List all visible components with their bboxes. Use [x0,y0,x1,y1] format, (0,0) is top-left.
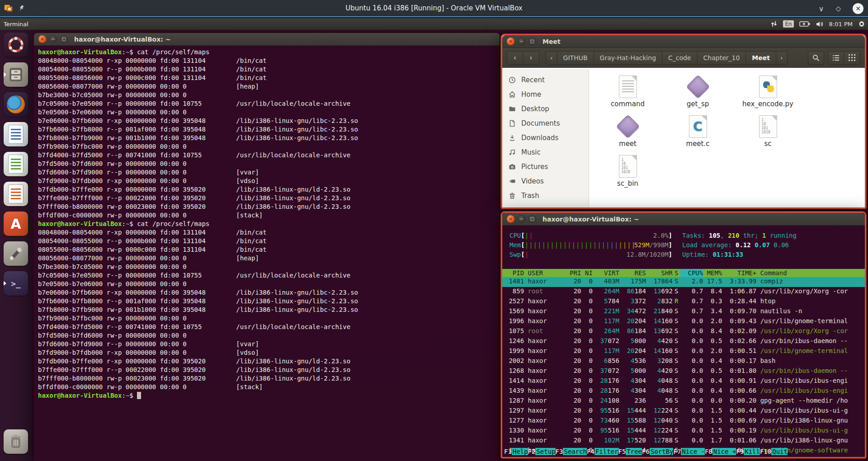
launcher-item-terminal[interactable]: >_ [4,271,28,296]
fkey-F1[interactable]: F1Help [504,447,528,456]
launcher-item-files[interactable] [4,62,28,87]
breadcrumb-Chapter_10[interactable]: Chapter_10 [698,51,746,65]
maximize-button[interactable]: □ [528,215,536,223]
fkey-F3[interactable]: F3Search [556,447,587,456]
launcher-item-libreoffice-writer[interactable] [4,122,28,146]
column-header-Command[interactable]: Command [756,269,865,277]
breadcrumb-Gray-Hat-Hacking[interactable]: Gray-Hat-Hacking [594,51,662,65]
column-header-PID[interactable]: PID [505,269,524,277]
files-titlebar[interactable]: ✕ − □ Meet [502,35,865,48]
sidebar-item-music[interactable]: Music [502,145,589,160]
sidebar-item-recent[interactable]: Recent [502,73,589,87]
minimize-button[interactable]: − [518,215,525,223]
battery-icon[interactable] [799,21,810,27]
process-row[interactable]: 1996haxor200117M2020414160S0.02.00:09.43… [502,317,865,327]
column-header-USER[interactable]: USER [524,269,566,277]
file-item-sc_bin[interactable]: 1101011010 sc_bin [596,155,660,187]
clock-label[interactable]: 8:01 PM [829,21,853,28]
fkey-F4[interactable]: F4Filter [587,447,618,456]
fkey-F9[interactable]: F9Kill [736,447,760,456]
process-row[interactable]: 1330haxor200955161544412224S0.01.50:00.1… [502,426,865,436]
back-button[interactable]: ‹ [507,51,523,65]
launcher-item-ubuntu-dash[interactable] [4,33,28,57]
fkey-F2[interactable]: F2Setup [528,447,556,456]
breadcrumb-scroll-right[interactable]: › [776,51,788,65]
vbox-maximize-button[interactable]: ◇ [835,5,841,13]
process-row[interactable]: 1481haxor200403M175M17864S2.017.53:33.99… [502,277,865,287]
file-item-hex_encode.py[interactable]: hex_encode.py [736,75,800,108]
sidebar-item-pictures[interactable]: Pictures [502,160,589,174]
process-row[interactable]: 1999haxor200117M2020414160S0.02.00:00.51… [502,347,865,357]
volume-icon[interactable] [816,21,824,28]
column-header-TIME+[interactable]: TIME+ [722,269,756,277]
process-row[interactable]: 1730haxor2007908486887292S0.00.80:00.10z… [502,456,865,457]
keyboard-indicator-icon[interactable] [770,20,778,28]
fkey-F8[interactable]: F8Nice + [705,447,736,456]
minimize-button[interactable]: − [49,35,57,43]
launcher-item-ubuntu-software[interactable]: A [4,212,28,236]
column-header-VIRT[interactable]: VIRT [593,269,619,277]
close-button[interactable]: ✕ [38,35,46,43]
search-button[interactable] [808,51,824,65]
maximize-button[interactable]: □ [60,35,68,43]
file-item-meet.c[interactable]: C meet.c [666,115,730,147]
fkey-F7[interactable]: F7Nice - [673,447,704,456]
process-row[interactable]: 1075root200264M8618413692S0.08.40:02.09/… [502,327,865,337]
htop-titlebar[interactable]: ✕ − □ haxor@haxor-VirtualBox: ~ [502,213,865,226]
session-gear-icon[interactable] [858,20,865,28]
breadcrumb-Meet[interactable]: Meet [746,51,776,65]
column-header-CPU%[interactable]: CPU% [680,269,703,277]
sidebar-item-videos[interactable]: Videos [502,174,589,188]
column-header-S[interactable]: S [673,269,680,277]
launcher-item-libreoffice-calc[interactable] [4,152,28,176]
breadcrumb-C_code[interactable]: C_code [662,51,698,65]
sidebar-item-downloads[interactable]: Downloads [502,131,589,145]
sidebar-item-trash[interactable]: Trash [502,188,589,203]
launcher-item-system-settings[interactable] [4,241,28,266]
breadcrumb-scroll-left[interactable]: ‹ [546,51,557,65]
column-header-PRI[interactable]: PRI [566,269,581,277]
process-row[interactable]: 2527haxor200578433722832R0.70.30:28.44ht… [502,297,865,307]
fkey-F10[interactable]: F10Quit [760,447,788,456]
maximize-button[interactable]: □ [528,38,536,45]
htop-output[interactable]: CPU[||2.0%]Mem[|||||||||||||||||||||||||… [502,226,865,457]
breadcrumb-GITHUB[interactable]: GITHUB [557,51,594,65]
close-button[interactable]: ✕ [507,38,514,45]
appmenu-label[interactable]: Terminal [4,21,28,28]
column-header-NI[interactable]: NI [581,269,593,277]
process-row[interactable]: 1341haxor200102M1752012788S0.01.70:01.06… [502,436,865,446]
fkey-F5[interactable]: F5Tree [618,447,642,456]
fkey-F6[interactable]: F6SortBy [642,447,673,456]
column-header-MEM%[interactable]: MEM% [703,269,722,277]
sidebar-item-home[interactable]: Home [502,87,589,102]
minimize-button[interactable]: − [518,38,525,45]
process-row[interactable]: 1246haxor2003707250004420S0.00.50:02.66/… [502,337,865,347]
launcher-item-firefox[interactable] [4,92,28,117]
forward-button[interactable]: › [523,51,539,65]
file-item-sc[interactable]: 1101011010 sc [736,115,800,147]
list-view-button[interactable] [828,51,844,65]
vbox-close-button[interactable]: ✕ [853,3,863,14]
file-item-meet[interactable]: meet [596,115,660,147]
file-item-command[interactable]: command [596,75,660,108]
process-row[interactable]: 1287haxor2002410823656S0.00.00:00.20gpg-… [502,396,865,406]
sidebar-item-desktop[interactable]: Desktop [502,102,589,116]
close-button[interactable]: ✕ [507,215,514,223]
process-row[interactable]: 1268haxor2003707250004420S0.00.50:01.80/… [502,367,865,376]
keyboard-layout-badge[interactable]: En [783,20,793,28]
process-row[interactable]: 1569haxor200221M3447221840S0.73.40:09.70… [502,307,865,317]
launcher-item-libreoffice-impress[interactable] [4,182,28,206]
process-row[interactable]: 2002haxor200685645363208S0.00.40:00.17ba… [502,357,865,367]
column-header-RES[interactable]: RES [619,269,646,277]
column-header-SHR[interactable]: SHR [646,269,673,277]
file-item-get_sp[interactable]: get_sp [666,75,730,108]
launcher-item-trash[interactable] [4,429,28,454]
process-row[interactable]: 1277haxor200734601558812040S0.01.50:00.6… [502,416,865,426]
sidebar-item-documents[interactable]: Documents [502,116,589,131]
terminal-output[interactable]: haxor@haxor-VirtualBox:~$ cat /proc/self… [34,46,500,461]
process-row[interactable]: 859root200264M8618413692S0.78.41:06.87/u… [502,287,865,297]
grid-view-button[interactable] [844,51,860,65]
vbox-minimize-button[interactable]: ∨ [819,5,824,13]
terminal-titlebar[interactable]: ✕ − □ haxor@haxor-VirtualBox: ~ [34,33,500,46]
process-row[interactable]: 1297haxor200955161544412224S0.01.50:00.4… [502,406,865,416]
